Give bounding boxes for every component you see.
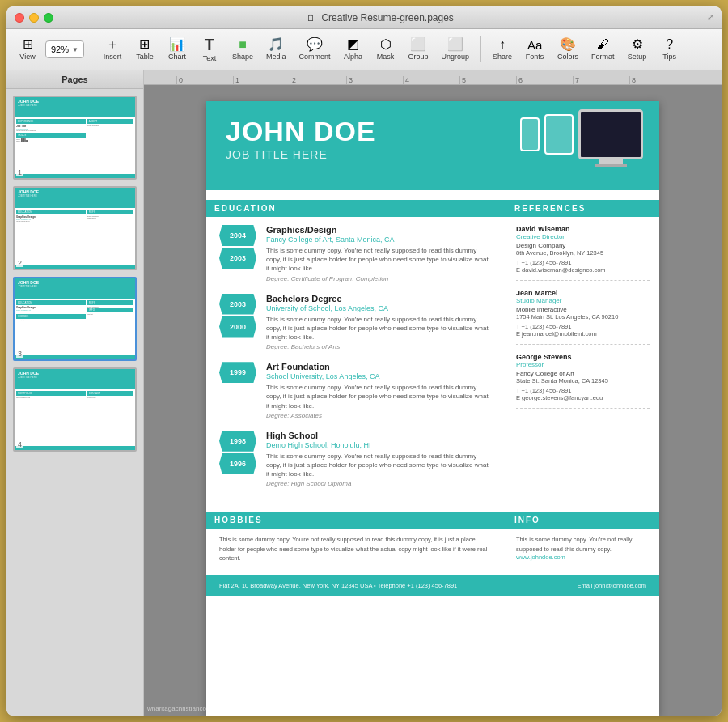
resume-page[interactable]: JOHN DOE JOB TITLE HERE EDUCATION bbox=[206, 101, 659, 716]
edu-school-3: School University, Los Angeles, CA bbox=[266, 372, 493, 380]
bottom-section: HOBBIES This is some dummy copy. You're … bbox=[206, 512, 659, 575]
fonts-icon: Aa bbox=[527, 39, 542, 51]
expand-button[interactable]: ⤢ bbox=[707, 13, 713, 22]
colors-button[interactable]: 🎨 Colors bbox=[552, 36, 583, 63]
watermark: wharitagachristiancollege.com bbox=[147, 705, 234, 712]
phone-device-icon bbox=[520, 117, 540, 151]
text-icon: T bbox=[205, 36, 214, 53]
zoom-control[interactable]: 92% ▼ bbox=[45, 40, 84, 58]
text-button[interactable]: T Text bbox=[195, 34, 224, 65]
page-thumb-3[interactable]: JOHN DOE JOB TITLE HERE EDUCATION Graphi… bbox=[13, 277, 137, 361]
edu-title-4: High School bbox=[266, 431, 493, 440]
maximize-button[interactable] bbox=[44, 13, 53, 23]
ref-entry-2: Jean Marcel Studio Manager Mobile Intera… bbox=[516, 289, 650, 345]
education-header: EDUCATION bbox=[206, 200, 506, 217]
mini-body-3: EDUCATION Graphics/Design Fancy College … bbox=[15, 299, 135, 359]
content-area[interactable]: 0 1 2 3 4 5 6 7 8 JOHN DOE JOB TITLE HER… bbox=[144, 70, 722, 716]
info-website: www.johndoe.com bbox=[516, 554, 650, 561]
ref-company-2: Mobile Interactive bbox=[516, 306, 650, 313]
year-hex-2a: 2003 bbox=[219, 294, 256, 315]
edu-desc-3: This is some dummy copy. You're not real… bbox=[266, 383, 493, 410]
ungroup-button[interactable]: ⬜ Ungroup bbox=[437, 36, 475, 63]
ruler-top: 0 1 2 3 4 5 6 7 8 bbox=[144, 70, 722, 85]
ref-name-1: David Wiseman bbox=[516, 225, 650, 233]
minimize-button[interactable] bbox=[29, 13, 39, 23]
comment-icon: 💬 bbox=[307, 38, 323, 51]
ref-role-1: Creative Director bbox=[516, 233, 650, 240]
ref-company-3: Fancy College of Art bbox=[516, 370, 650, 377]
year-hex-3a: 1999 bbox=[219, 362, 256, 383]
edu-years-2: 2003 2000 bbox=[219, 294, 256, 351]
table-icon: ⊞ bbox=[139, 38, 150, 51]
year-hex-4b: 1996 bbox=[219, 453, 256, 474]
fonts-button[interactable]: Aa Fonts bbox=[520, 36, 549, 63]
insert-button[interactable]: ＋ Insert bbox=[98, 36, 127, 63]
mini-body-1: EXPERIENCE Job Title Company Name Lorem … bbox=[15, 117, 135, 178]
ungroup-icon: ⬜ bbox=[447, 38, 463, 51]
edu-years-3: 1999 bbox=[219, 362, 256, 419]
ref-address-2: 1754 Main St. Los Angeles, CA 90210 bbox=[516, 313, 650, 321]
resume-sidebar-right: REFERENCES David Wiseman Creative Direct… bbox=[506, 190, 659, 512]
group-button[interactable]: ⬜ Group bbox=[404, 36, 434, 63]
share-button[interactable]: ↑ Share bbox=[488, 36, 517, 63]
footer-email: Email john@johndoe.com bbox=[577, 582, 646, 589]
ref-name-2: Jean Marcel bbox=[516, 289, 650, 297]
comment-button[interactable]: 💬 Comment bbox=[294, 36, 336, 63]
info-section: INFO This is some dummy copy. You're not… bbox=[506, 512, 659, 575]
shape-button[interactable]: ■ Shape bbox=[227, 36, 258, 63]
setup-button[interactable]: ⚙ Setup bbox=[623, 36, 652, 63]
page-thumb-2[interactable]: JOHN DOE JOB TITLE HERE EDUCATION Graphi… bbox=[13, 186, 137, 270]
colors-icon: 🎨 bbox=[560, 38, 576, 51]
alpha-button[interactable]: ◩ Alpha bbox=[339, 36, 368, 63]
page-preview-4: JOHN DOE JOB TITLE HERE PORTFOLIO Work s… bbox=[15, 369, 135, 450]
page-thumb-1[interactable]: JOHN DOE JOB TITLE HERE EXPERIENCE Job T… bbox=[13, 96, 137, 180]
page-num-3: 3 bbox=[16, 350, 23, 358]
view-button[interactable]: ⊞ View bbox=[13, 36, 42, 63]
table-button[interactable]: ⊞ Table bbox=[130, 36, 159, 63]
zoom-arrow-icon: ▼ bbox=[72, 46, 78, 53]
ref-email-3: E george.stevens@fancyart.edu bbox=[516, 394, 650, 401]
devices-group bbox=[520, 109, 643, 159]
ref-name-3: George Stevens bbox=[516, 353, 650, 361]
insert-icon: ＋ bbox=[106, 38, 119, 51]
page-num-2: 2 bbox=[16, 259, 23, 267]
edu-entry-1: 2004 2003 Graphics/Design Fancy College … bbox=[219, 225, 493, 282]
edu-entry-3: 1999 Art Foundation School University, L… bbox=[219, 362, 493, 419]
mini-header-1: JOHN DOE JOB TITLE HERE bbox=[15, 97, 135, 117]
mini-header-4: JOHN DOE JOB TITLE HERE bbox=[15, 369, 135, 389]
edu-desc-2: This is some dummy copy. You're not real… bbox=[266, 315, 493, 342]
zoom-group: 92% ▼ bbox=[45, 40, 84, 58]
tablet-device-icon bbox=[544, 114, 574, 155]
traffic-lights bbox=[15, 13, 53, 23]
ref-entry-1: David Wiseman Creative Director Design C… bbox=[516, 225, 650, 281]
doc-icon: 🗒 bbox=[307, 13, 315, 23]
chart-icon: 📊 bbox=[169, 38, 185, 51]
year-hex-2b: 2000 bbox=[219, 316, 256, 338]
format-icon: 🖌 bbox=[596, 38, 609, 51]
ref-phone-3: T +1 (123) 456-7891 bbox=[516, 387, 650, 394]
ref-role-3: Professor bbox=[516, 361, 650, 368]
edu-degree-1: Degree: Certificate of Program Completio… bbox=[266, 275, 493, 282]
view-icon: ⊞ bbox=[23, 38, 33, 51]
page-thumb-4[interactable]: JOHN DOE JOB TITLE HERE PORTFOLIO Work s… bbox=[13, 367, 137, 452]
ref-phone-2: T +1 (123) 456-7891 bbox=[516, 323, 650, 330]
media-button[interactable]: 🎵 Media bbox=[261, 36, 291, 63]
pages-list[interactable]: JOHN DOE JOB TITLE HERE EXPERIENCE Job T… bbox=[6, 89, 143, 716]
view-group: ⊞ View bbox=[13, 36, 42, 63]
page-preview-3: JOHN DOE JOB TITLE HERE EDUCATION Graphi… bbox=[15, 278, 135, 359]
edu-desc-4: This is some dummy copy. You're not real… bbox=[266, 452, 493, 479]
format-button[interactable]: 🖌 Format bbox=[586, 36, 620, 63]
mask-button[interactable]: ⬡ Mask bbox=[371, 36, 400, 63]
year-hex-1a: 2004 bbox=[219, 225, 256, 246]
hobbies-section: HOBBIES This is some dummy copy. You're … bbox=[206, 512, 506, 575]
tips-button[interactable]: ? Tips bbox=[655, 36, 684, 63]
resume-main: EDUCATION 2004 2003 Graphics/Design Fanc… bbox=[206, 190, 506, 512]
hobbies-text: This is some dummy copy. You're not real… bbox=[219, 535, 493, 563]
page-num-1: 1 bbox=[16, 168, 23, 176]
info-text: This is some dummy copy. You're not real… bbox=[516, 535, 650, 554]
close-button[interactable] bbox=[15, 13, 24, 23]
footer-address: Flat 2A, 10 Broadway Avenue, New York, N… bbox=[219, 582, 457, 589]
edu-desc-1: This is some dummy copy. You're not real… bbox=[266, 246, 493, 274]
edu-degree-3: Degree: Associates bbox=[266, 412, 493, 419]
chart-button[interactable]: 📊 Chart bbox=[163, 36, 192, 63]
